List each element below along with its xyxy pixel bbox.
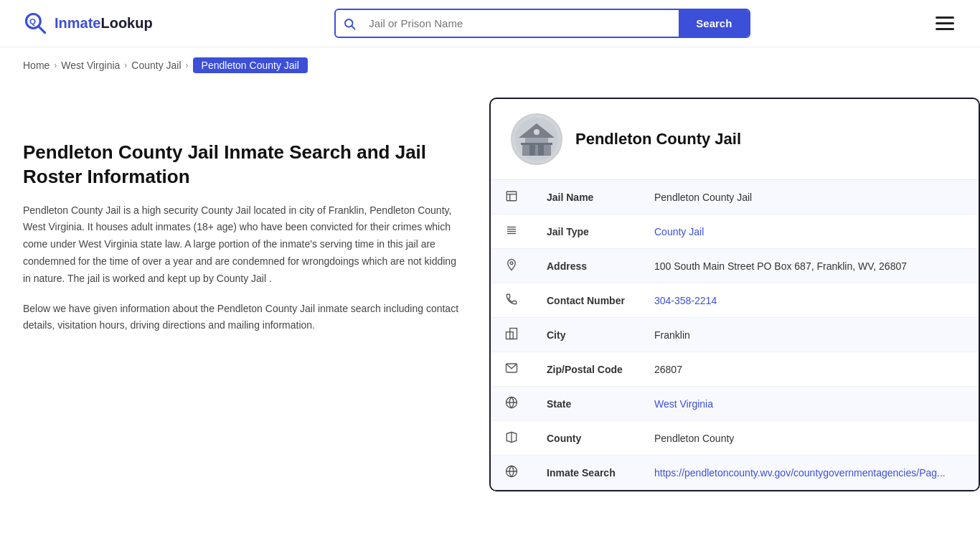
page-title: Pendleton County Jail Inmate Search and …	[23, 141, 461, 189]
breadcrumb-county-jail[interactable]: County Jail	[131, 60, 181, 71]
jail-avatar	[511, 113, 562, 165]
svg-text:Q: Q	[29, 16, 36, 25]
main-content: Pendleton County Jail Inmate Search and …	[0, 83, 980, 520]
logo-link[interactable]: Q InmateLookup	[23, 11, 153, 37]
svg-rect-11	[521, 143, 552, 145]
table-label: State	[532, 387, 640, 421]
list-icon	[491, 215, 532, 249]
chevron-icon-1: ›	[54, 60, 57, 70]
chevron-icon-3: ›	[186, 60, 189, 70]
svg-line-1	[39, 26, 45, 32]
phone-icon	[491, 283, 532, 318]
table-value: 26807	[640, 352, 979, 387]
jail-card-header: Pendleton County Jail	[491, 99, 979, 180]
table-label: Address	[532, 249, 640, 283]
logo-icon: Q	[23, 11, 49, 37]
search-input[interactable]	[363, 10, 679, 37]
svg-point-12	[534, 129, 540, 135]
left-column: Pendleton County Jail Inmate Search and …	[23, 98, 489, 491]
svg-line-4	[352, 26, 355, 29]
table-row: CountyPendleton County	[491, 421, 979, 456]
table-row: Address100 South Main Street PO Box 687,…	[491, 249, 979, 283]
hamburger-menu[interactable]	[933, 14, 957, 33]
table-value[interactable]: 304-358-2214	[640, 283, 979, 318]
search-icon	[336, 17, 363, 30]
table-value[interactable]: https://pendletoncounty.wv.gov/countygov…	[640, 456, 979, 490]
breadcrumb-state[interactable]: West Virginia	[61, 60, 120, 71]
hamburger-line-1	[936, 17, 954, 19]
table-value-link[interactable]: County Jail	[654, 226, 704, 237]
svg-rect-10	[538, 145, 544, 156]
hamburger-line-3	[936, 28, 954, 30]
table-value-link[interactable]: 304-358-2214	[654, 295, 717, 306]
table-value: Pendleton County Jail	[640, 180, 979, 215]
page-description: Pendleton County Jail is a high security…	[23, 202, 461, 288]
county-icon	[491, 421, 532, 456]
header: Q InmateLookup Search	[0, 0, 980, 47]
table-value: Pendleton County	[640, 421, 979, 456]
svg-point-20	[510, 262, 513, 265]
table-row: CityFranklin	[491, 318, 979, 352]
logo-text: InmateLookup	[55, 15, 153, 32]
table-label: Jail Type	[532, 215, 640, 249]
table-row: Jail NamePendleton County Jail	[491, 180, 979, 215]
table-label: City	[532, 318, 640, 352]
table-row: Inmate Searchhttps://pendletoncounty.wv.…	[491, 456, 979, 490]
chevron-icon-2: ›	[124, 60, 127, 70]
pin-icon	[491, 249, 532, 283]
mail-icon	[491, 352, 532, 387]
search-globe-icon	[491, 456, 532, 490]
search-area: Search	[334, 9, 750, 38]
table-row: StateWest Virginia	[491, 387, 979, 421]
table-row: Zip/Postal Code26807	[491, 352, 979, 387]
table-value-link[interactable]: West Virginia	[654, 398, 713, 410]
table-value: 100 South Main Street PO Box 687, Frankl…	[640, 249, 979, 283]
city-icon	[491, 318, 532, 352]
table-label: Jail Name	[532, 180, 640, 215]
table-label: Inmate Search	[532, 456, 640, 490]
breadcrumb-active: Pendleton County Jail	[193, 57, 308, 73]
table-row: Contact Number304-358-2214	[491, 283, 979, 318]
table-row: Jail TypeCounty Jail	[491, 215, 979, 249]
search-button[interactable]: Search	[679, 10, 749, 37]
page-description-2: Below we have given information about th…	[23, 301, 461, 335]
table-label: Contact Number	[532, 283, 640, 318]
building-icon	[491, 180, 532, 215]
svg-rect-13	[507, 192, 517, 201]
table-value-link[interactable]: https://pendletoncounty.wv.gov/countygov…	[654, 467, 946, 479]
jail-card-title: Pendleton County Jail	[575, 130, 741, 149]
info-table: Jail NamePendleton County JailJail TypeC…	[491, 180, 979, 490]
table-label: Zip/Postal Code	[532, 352, 640, 387]
globe-icon	[491, 387, 532, 421]
svg-rect-9	[529, 145, 535, 156]
search-wrapper: Search	[334, 9, 750, 38]
right-column: Pendleton County Jail Jail NamePendleton…	[489, 98, 980, 491]
jail-avatar-image	[515, 118, 558, 161]
hamburger-line-2	[936, 22, 954, 24]
table-label: County	[532, 421, 640, 456]
breadcrumb-home[interactable]: Home	[23, 60, 50, 71]
breadcrumb: Home › West Virginia › County Jail › Pen…	[0, 47, 980, 83]
table-value[interactable]: West Virginia	[640, 387, 979, 421]
table-value: Franklin	[640, 318, 979, 352]
jail-card: Pendleton County Jail Jail NamePendleton…	[489, 98, 980, 491]
table-value[interactable]: County Jail	[640, 215, 979, 249]
